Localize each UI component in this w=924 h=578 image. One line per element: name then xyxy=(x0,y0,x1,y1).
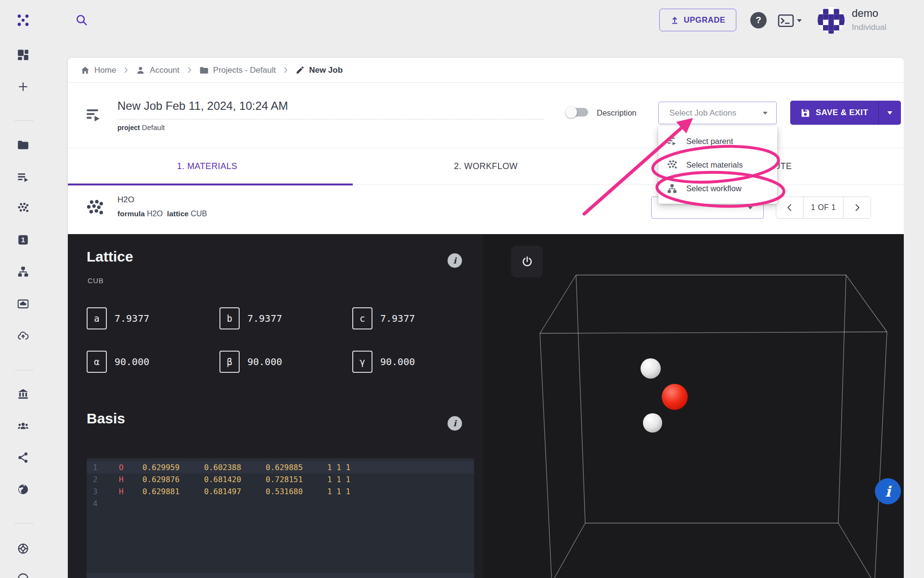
jobs-list-icon[interactable] xyxy=(17,171,29,184)
lattice-param-b[interactable]: b 7.9377 xyxy=(219,307,352,329)
info-glyph: i xyxy=(885,483,890,500)
menu-item-select-workflow[interactable]: Select workflow xyxy=(658,177,777,200)
terminal-button[interactable] xyxy=(778,13,806,28)
chevron-right-icon xyxy=(186,66,193,74)
element-symbol: O xyxy=(106,461,142,473)
material-pagination: 1 OF 1 xyxy=(776,197,871,219)
user-name[interactable]: demo xyxy=(852,7,878,20)
lattice-param-c[interactable]: c 7.9377 xyxy=(352,307,485,329)
breadcrumb-projects[interactable]: Projects - Default xyxy=(199,66,276,75)
plus-icon[interactable] xyxy=(17,80,29,93)
set-parent-job-icon[interactable] xyxy=(85,106,103,124)
basis-code-editor[interactable]: 1 O 0.629959 0.602388 0.629885 1 1 1 2 H… xyxy=(87,458,474,578)
support-wheel-icon[interactable] xyxy=(17,542,29,555)
help-button[interactable]: ? xyxy=(750,12,767,28)
workflow-tree-icon[interactable] xyxy=(17,265,29,278)
param-value[interactable]: 90.000 xyxy=(247,356,282,368)
avatar[interactable] xyxy=(818,7,845,34)
upgrade-label: UPGRADE xyxy=(684,15,726,25)
basis-info-button[interactable]: i xyxy=(448,416,462,431)
coord-x: 0.629881 xyxy=(142,486,204,498)
lattice-param-beta[interactable]: β 90.000 xyxy=(219,351,352,373)
folder-icon[interactable] xyxy=(17,139,29,151)
project-label: project xyxy=(117,124,140,131)
job-actions-select[interactable]: Select Job Actions xyxy=(658,102,777,124)
line-number: 2 xyxy=(87,473,106,486)
menu-item-select-materials[interactable]: Select materials xyxy=(658,153,777,177)
param-value[interactable]: 7.9377 xyxy=(115,313,149,324)
svg-text:1: 1 xyxy=(21,236,25,244)
home-icon xyxy=(80,66,90,75)
atom-hydrogen[interactable] xyxy=(641,358,661,379)
element-symbol: H xyxy=(106,486,142,498)
sidebar-divider xyxy=(14,370,34,370)
atom-hydrogen[interactable] xyxy=(643,413,662,433)
param-symbol: c xyxy=(352,307,372,329)
param-value[interactable]: 90.000 xyxy=(115,356,149,368)
job-title[interactable]: New Job Feb 11, 2024, 10:24 AM xyxy=(117,99,288,113)
save-exit-button[interactable]: SAVE & EXIT xyxy=(790,101,901,125)
job-project: project Default xyxy=(117,123,165,131)
identicon xyxy=(818,7,845,34)
tab-bar: 1. MATERIALS 2. WORKFLOW 3. COMPUTE xyxy=(68,148,904,185)
material-name[interactable]: H2O xyxy=(117,195,134,205)
terminal-icon xyxy=(778,13,794,28)
lattice-info-button[interactable]: i xyxy=(448,253,462,268)
material-dots-icon xyxy=(85,198,104,218)
structure-viewer-3d[interactable]: i xyxy=(483,234,904,578)
tab-workflow[interactable]: 2. WORKFLOW xyxy=(346,148,625,184)
cloud-upload-icon[interactable] xyxy=(17,330,29,342)
upgrade-button[interactable]: UPGRADE xyxy=(659,9,736,31)
chevron-right-icon xyxy=(122,66,129,74)
breadcrumb-account[interactable]: Account xyxy=(136,66,179,75)
coord-x: 0.629876 xyxy=(142,473,204,486)
lattice-param-alpha[interactable]: α 90.000 xyxy=(87,351,219,373)
editor-line[interactable]: 4 xyxy=(87,498,474,510)
breadcrumb-home[interactable]: Home xyxy=(80,66,116,75)
people-icon[interactable] xyxy=(17,420,29,433)
parent-icon xyxy=(667,136,678,147)
param-value[interactable]: 90.000 xyxy=(380,356,415,368)
editor-line[interactable]: 2 H 0.629876 0.681420 0.728151 1 1 1 xyxy=(87,473,474,486)
description-toggle[interactable] xyxy=(567,108,588,117)
atom-oxygen[interactable] xyxy=(662,384,688,410)
param-value[interactable]: 7.9377 xyxy=(380,313,415,324)
media-icon[interactable] xyxy=(17,298,29,310)
bank-icon[interactable] xyxy=(17,388,29,400)
breadcrumb-current[interactable]: New Job xyxy=(295,66,343,75)
page-indicator: 1 OF 1 xyxy=(803,197,844,218)
share-icon[interactable] xyxy=(17,451,29,464)
param-symbol: b xyxy=(219,307,240,329)
menu-item-select-parent[interactable]: Select parent xyxy=(658,130,777,153)
param-value[interactable]: 7.9377 xyxy=(247,313,282,324)
dashboard-icon[interactable] xyxy=(17,49,29,61)
material-summary: formula H2O lattice CUB xyxy=(117,210,207,218)
lattice-param-a[interactable]: a 7.9377 xyxy=(87,307,219,329)
editor-line[interactable]: 1 O 0.629959 0.602388 0.629885 1 1 1 xyxy=(87,461,474,473)
line-number: 3 xyxy=(87,486,106,498)
default-item-icon[interactable]: 1 xyxy=(17,234,29,246)
project-value: Default xyxy=(142,123,165,131)
tab-materials[interactable]: 1. MATERIALS xyxy=(68,148,346,184)
save-options-button[interactable] xyxy=(879,101,901,125)
editor-line[interactable]: 3 H 0.629881 0.681497 0.531680 1 1 1 xyxy=(87,486,474,498)
param-symbol: β xyxy=(219,351,240,373)
material-row: H2O formula H2O lattice CUB 1 OF 1 xyxy=(68,185,904,234)
viewer-info-button[interactable]: i xyxy=(875,478,901,504)
materials-dots-icon[interactable] xyxy=(17,202,29,214)
line-number: 1 xyxy=(87,461,106,473)
search-icon[interactable] xyxy=(75,13,89,27)
power-toggle-button[interactable] xyxy=(511,246,543,277)
title-underline xyxy=(117,119,544,119)
sidebar: 1 xyxy=(0,0,48,578)
job-actions-menu: Select parent Select materials Select wo… xyxy=(658,126,777,204)
materials-icon xyxy=(667,159,678,171)
param-symbol: γ xyxy=(352,351,372,373)
help-glyph: ? xyxy=(756,15,761,26)
globe-icon[interactable] xyxy=(17,483,29,496)
next-page-button[interactable] xyxy=(844,197,871,218)
lattice-param-gamma[interactable]: γ 90.000 xyxy=(352,351,485,373)
prev-page-button[interactable] xyxy=(776,197,803,218)
menu-item-label: Select workflow xyxy=(686,184,742,193)
partial-circle-icon[interactable] xyxy=(17,571,29,578)
